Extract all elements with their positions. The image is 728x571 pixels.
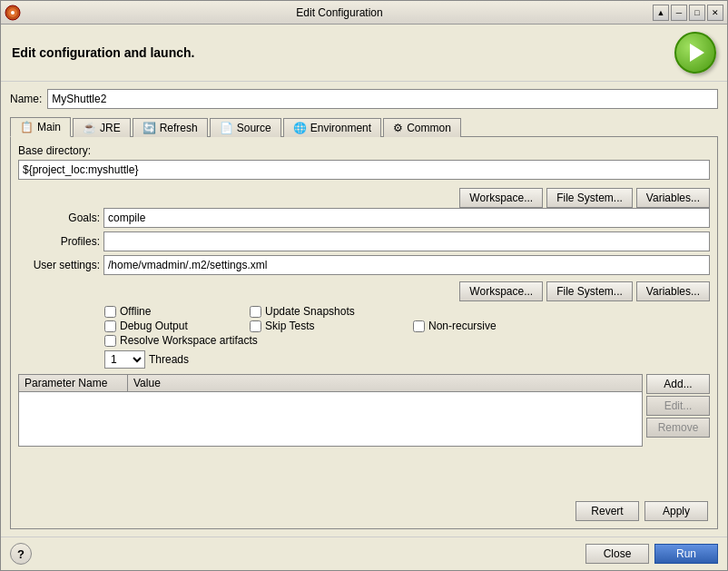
- filesystem-btn-2[interactable]: File System...: [546, 281, 633, 301]
- header-area: Edit configuration and launch.: [1, 25, 727, 82]
- base-directory-buttons: Workspace... File System... Variables...: [18, 188, 710, 208]
- tab-main-label: Main: [37, 121, 61, 133]
- main-window: Edit Configuration ▲ ─ □ ✕ Edit configur…: [0, 0, 728, 571]
- apply-btn[interactable]: Apply: [644, 501, 708, 521]
- user-settings-label: User settings:: [18, 259, 100, 271]
- skip-tests-checkbox[interactable]: [250, 320, 261, 332]
- run-icon: [690, 44, 704, 62]
- tab-refresh[interactable]: 🔄 Refresh: [133, 118, 208, 137]
- close-footer-btn[interactable]: Close: [585, 544, 649, 564]
- tabs-bar: 📋 Main ☕ JRE 🔄 Refresh 📄 Source 🌐 Enviro…: [10, 116, 718, 137]
- filesystem-btn-1[interactable]: File System...: [546, 188, 633, 208]
- main-tab-panel: Base directory: Workspace... File System…: [10, 137, 718, 529]
- profiles-label: Profiles:: [18, 235, 100, 248]
- non-recursive-label: Non-recursive: [428, 320, 497, 332]
- action-buttons: Revert Apply: [18, 501, 710, 521]
- goals-row: Goals:: [18, 208, 710, 228]
- tab-source[interactable]: 📄 Source: [210, 118, 281, 137]
- checkbox-skip-tests: Skip Tests: [250, 320, 413, 332]
- profiles-row: Profiles:: [18, 231, 710, 251]
- profiles-input[interactable]: [103, 231, 710, 251]
- footer-right-buttons: Close Run: [585, 544, 718, 564]
- tab-jre-icon: ☕: [83, 122, 96, 134]
- edit-param-btn[interactable]: Edit...: [646, 396, 710, 416]
- header-title: Edit configuration and launch.: [12, 45, 194, 60]
- checkbox-resolve-workspace: Resolve Workspace artifacts: [104, 334, 558, 347]
- tab-source-icon: 📄: [220, 122, 233, 134]
- param-table-body: [19, 392, 642, 446]
- param-table: Parameter Name Value: [18, 374, 643, 447]
- update-snapshots-label: Update Snapshots: [265, 305, 355, 318]
- add-param-btn[interactable]: Add...: [646, 374, 710, 394]
- threads-select[interactable]: 1 2 4 8: [104, 350, 145, 369]
- user-settings-row: User settings:: [18, 255, 710, 275]
- name-input[interactable]: [47, 89, 718, 109]
- tab-refresh-label: Refresh: [160, 122, 198, 134]
- name-row: Name:: [10, 89, 718, 109]
- resolve-workspace-checkbox[interactable]: [104, 335, 116, 347]
- threads-row: 1 2 4 8 Threads: [18, 350, 710, 369]
- debug-output-checkbox[interactable]: [104, 320, 116, 332]
- tab-environment-label: Environment: [310, 122, 371, 134]
- user-settings-buttons: Workspace... File System... Variables...: [18, 281, 710, 301]
- checkbox-offline: Offline: [104, 305, 250, 318]
- help-button[interactable]: ?: [10, 543, 32, 565]
- tab-jre-label: JRE: [100, 122, 121, 134]
- tab-common[interactable]: ⚙ Common: [383, 118, 461, 137]
- offline-checkbox[interactable]: [104, 306, 116, 318]
- tab-main-icon: 📋: [20, 121, 34, 133]
- goals-input[interactable]: [103, 208, 710, 228]
- checkbox-update-snapshots: Update Snapshots: [250, 305, 413, 318]
- checkbox-debug-output: Debug Output: [104, 320, 250, 332]
- param-table-header: Parameter Name Value: [19, 375, 642, 392]
- tab-environment-icon: 🌐: [293, 122, 307, 134]
- variables-btn-2[interactable]: Variables...: [636, 281, 710, 301]
- tab-jre[interactable]: ☕ JRE: [73, 118, 131, 137]
- param-buttons: Add... Edit... Remove: [646, 374, 710, 438]
- update-snapshots-checkbox[interactable]: [250, 306, 261, 318]
- debug-output-label: Debug Output: [120, 320, 188, 332]
- scroll-up-btn[interactable]: ▲: [653, 5, 669, 21]
- tab-main[interactable]: 📋 Main: [10, 117, 71, 137]
- svg-point-2: [11, 11, 15, 15]
- revert-btn[interactable]: Revert: [576, 501, 639, 521]
- minimize-btn[interactable]: ─: [671, 5, 687, 21]
- variables-btn-1[interactable]: Variables...: [636, 188, 710, 208]
- tab-environment[interactable]: 🌐 Environment: [283, 118, 381, 137]
- tab-refresh-icon: 🔄: [143, 122, 156, 134]
- run-button[interactable]: [674, 32, 716, 74]
- skip-tests-label: Skip Tests: [265, 320, 314, 332]
- remove-param-btn[interactable]: Remove: [646, 418, 710, 438]
- param-table-row: Parameter Name Value Add... Edit... Remo…: [18, 374, 710, 497]
- tab-source-label: Source: [237, 122, 271, 134]
- window-title: Edit Configuration: [26, 6, 653, 19]
- goals-label: Goals:: [18, 212, 100, 224]
- app-icon: [5, 5, 21, 21]
- param-col-name-header: Parameter Name: [19, 375, 128, 391]
- content-area: Name: 📋 Main ☕ JRE 🔄 Refresh 📄 Source �: [1, 82, 727, 537]
- user-settings-input[interactable]: [103, 255, 710, 275]
- param-col-value-header: Value: [128, 375, 642, 391]
- workspace-btn-1[interactable]: Workspace...: [459, 188, 543, 208]
- checkbox-non-recursive: Non-recursive: [413, 320, 558, 332]
- checkboxes-area: Offline Update Snapshots Debug Output Sk…: [18, 305, 710, 347]
- title-bar: Edit Configuration ▲ ─ □ ✕: [1, 1, 727, 25]
- base-directory-input[interactable]: [18, 160, 710, 180]
- tab-common-label: Common: [407, 122, 451, 134]
- workspace-btn-2[interactable]: Workspace...: [459, 281, 543, 301]
- offline-label: Offline: [120, 305, 151, 318]
- close-btn[interactable]: ✕: [707, 5, 723, 21]
- base-directory-section: Base directory:: [18, 144, 710, 180]
- threads-label: Threads: [149, 353, 189, 366]
- run-footer-btn[interactable]: Run: [654, 544, 718, 564]
- name-label: Name:: [10, 93, 42, 105]
- resolve-workspace-label: Resolve Workspace artifacts: [120, 334, 258, 347]
- tab-common-icon: ⚙: [393, 122, 403, 134]
- non-recursive-checkbox[interactable]: [413, 320, 425, 332]
- window-controls: ▲ ─ □ ✕: [653, 5, 723, 21]
- footer: ? Close Run: [1, 537, 727, 570]
- base-directory-label: Base directory:: [18, 144, 710, 157]
- maximize-btn[interactable]: □: [689, 5, 705, 21]
